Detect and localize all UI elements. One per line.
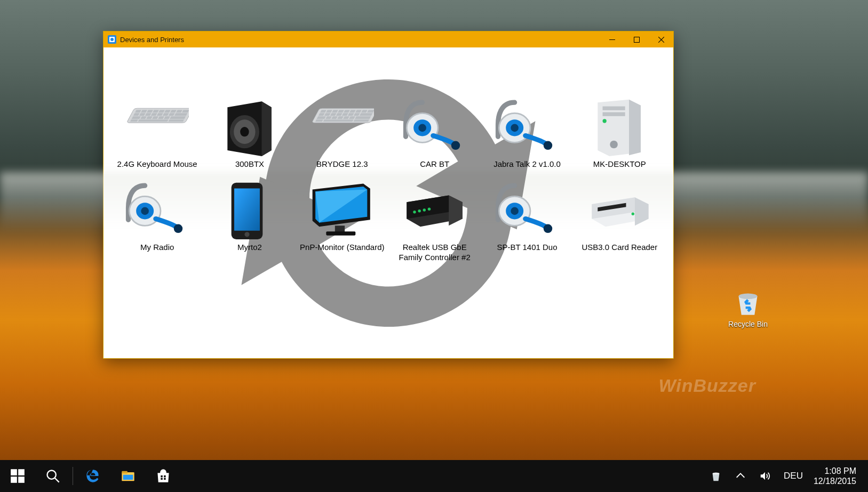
device-item[interactable]: My Radio [114, 178, 201, 262]
reader-icon [576, 178, 663, 239]
tray-overflow-icon[interactable] [732, 460, 748, 492]
device-item[interactable]: Realtek USB GbE Family Controller #2 [391, 178, 479, 262]
phone-icon [206, 178, 293, 239]
svg-rect-6 [11, 469, 17, 475]
speaker-icon [206, 94, 293, 156]
svg-rect-15 [161, 475, 163, 478]
taskbar-app-store[interactable] [146, 460, 181, 492]
headset-icon [391, 94, 479, 156]
device-item[interactable]: PnP-Monitor (Standard) [298, 178, 386, 262]
window-title: Devices and Printers [120, 36, 600, 44]
device-label: Myrto2 [206, 243, 293, 252]
taskbar-app-edge[interactable] [75, 460, 110, 492]
device-label: My Radio [114, 243, 201, 252]
svg-point-19 [713, 473, 720, 475]
monitor-icon [298, 178, 386, 239]
svg-rect-7 [18, 469, 25, 475]
device-label: Jabra Talk 2 v1.0.0 [483, 159, 571, 169]
headset-icon [483, 94, 571, 156]
device-label: CAR BT [391, 159, 479, 169]
tower-icon [576, 94, 663, 156]
recycle-bin-icon [733, 288, 763, 318]
svg-rect-13 [122, 471, 128, 474]
tray-date: 12/18/2015 [814, 476, 856, 486]
close-button[interactable] [649, 31, 673, 47]
device-label: MK-DESKTOP [576, 159, 663, 169]
svg-rect-8 [11, 477, 17, 483]
svg-point-10 [47, 471, 56, 479]
taskbar-separator [73, 467, 73, 485]
taskbar-app-explorer[interactable] [110, 460, 146, 492]
device-label: 2.4G Keyboard Mouse [114, 159, 201, 169]
desktop-wallpaper: Recycle Bin WinBuzzer Devices and Printe… [0, 0, 868, 492]
keyboard-icon [298, 94, 386, 156]
device-item[interactable]: SP-BT 1401 Duo [483, 178, 571, 262]
device-item[interactable]: USB3.0 Card Reader [576, 178, 663, 262]
device-item[interactable]: CAR BT [391, 94, 479, 169]
window-titlebar[interactable]: Devices and Printers [103, 31, 673, 47]
device-grid: 2.4G Keyboard Mouse300BTXBRYDGE 12.3CAR … [103, 47, 673, 268]
device-label: BRYDGE 12.3 [298, 159, 386, 169]
device-item[interactable]: MK-DESKTOP [576, 94, 663, 169]
device-item[interactable]: BRYDGE 12.3 [298, 94, 386, 169]
svg-rect-18 [164, 478, 166, 480]
device-label: SP-BT 1401 Duo [483, 243, 571, 252]
system-tray: DEU 1:08 PM 12/18/2015 [708, 460, 868, 492]
minimize-button[interactable] [600, 31, 624, 47]
svg-rect-4 [609, 39, 615, 40]
taskbar: DEU 1:08 PM 12/18/2015 [0, 460, 868, 492]
keyboard-icon [114, 94, 201, 156]
svg-rect-9 [18, 477, 25, 483]
tray-language[interactable]: DEU [782, 460, 805, 492]
tray-clock[interactable]: 1:08 PM 12/18/2015 [814, 466, 862, 486]
tray-time: 1:08 PM [814, 466, 856, 476]
tray-recycle-icon[interactable] [708, 460, 724, 492]
svg-point-3 [110, 38, 114, 41]
svg-line-11 [55, 478, 59, 482]
headset-icon [114, 178, 201, 239]
svg-rect-5 [634, 37, 639, 42]
maximize-button[interactable] [624, 31, 649, 47]
recycle-bin-label: Recycle Bin [724, 320, 772, 328]
control-panel-icon [108, 35, 116, 44]
device-item[interactable]: Myrto2 [206, 178, 293, 262]
device-label: 300BTX [206, 159, 293, 169]
watermark: WinBuzzer [659, 375, 756, 396]
svg-rect-17 [161, 478, 163, 480]
svg-rect-14 [123, 475, 133, 480]
tray-volume-icon[interactable] [757, 460, 773, 492]
window-content: 2.4G Keyboard Mouse300BTXBRYDGE 12.3CAR … [103, 47, 673, 358]
svg-rect-16 [164, 475, 166, 478]
svg-point-0 [739, 294, 758, 300]
device-item[interactable]: 2.4G Keyboard Mouse [114, 94, 201, 169]
devices-printers-window: Devices and Printers 2.4G [103, 31, 674, 359]
device-label: Realtek USB GbE Family Controller #2 [391, 243, 479, 262]
search-button[interactable] [35, 460, 70, 492]
start-button[interactable] [0, 460, 35, 492]
device-item[interactable]: 300BTX [206, 94, 293, 169]
desktop-icon-recycle-bin[interactable]: Recycle Bin [724, 288, 772, 328]
device-item[interactable]: Jabra Talk 2 v1.0.0 [483, 94, 571, 169]
hub-icon [391, 178, 479, 239]
headset-icon [483, 178, 571, 239]
device-label: PnP-Monitor (Standard) [298, 243, 386, 252]
device-label: USB3.0 Card Reader [576, 243, 663, 252]
